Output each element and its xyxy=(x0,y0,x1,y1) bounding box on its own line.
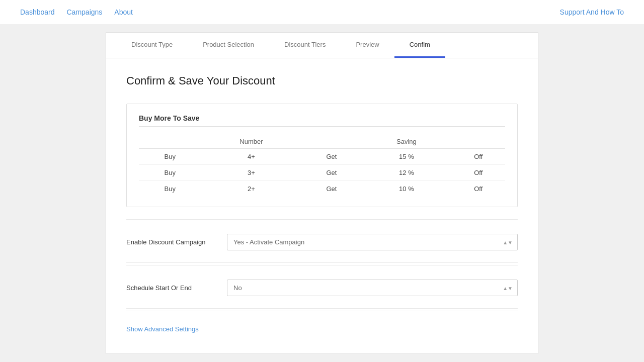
off-label: Off xyxy=(452,165,505,181)
tab-discount-tiers[interactable]: Discount Tiers xyxy=(269,33,341,58)
qty-value: 2+ xyxy=(201,181,301,197)
pct-value: 12 % xyxy=(361,165,451,181)
support-link[interactable]: Support And How To xyxy=(560,8,624,16)
table-row: Buy 2+ Get 10 % Off xyxy=(139,181,505,197)
table-row: Buy 4+ Get 15 % Off xyxy=(139,149,505,165)
enable-discount-select-wrapper: Yes - Activate CampaignNo - Deactivate C… xyxy=(227,234,518,250)
col-number-header: Number xyxy=(201,135,301,149)
page-title: Confirm & Save Your Discount xyxy=(126,74,518,87)
wizard-tabs: Discount Type Product Selection Discount… xyxy=(106,33,538,58)
discount-table: Number Saving Buy 4+ Get 15 % Off Buy 3+… xyxy=(139,135,505,197)
qty-value: 3+ xyxy=(201,165,301,181)
buy-more-title: Buy More To Save xyxy=(139,114,505,127)
col-saving-header: Saving xyxy=(361,135,451,149)
schedule-select[interactable]: NoYes xyxy=(227,280,518,296)
schedule-row: Schedule Start Or End NoYes ▲▼ xyxy=(126,267,518,309)
buy-label: Buy xyxy=(139,165,201,181)
nav-dashboard[interactable]: Dashboard xyxy=(20,8,55,16)
tab-product-selection[interactable]: Product Selection xyxy=(188,33,269,58)
enable-discount-label: Enable Discount Campaign xyxy=(126,238,227,246)
buy-label: Buy xyxy=(139,181,201,197)
tab-discount-type[interactable]: Discount Type xyxy=(116,33,188,58)
show-advanced-link[interactable]: Show Advanced Settings xyxy=(126,325,199,333)
pct-value: 15 % xyxy=(361,149,451,165)
schedule-select-wrapper: NoYes ▲▼ xyxy=(227,280,518,296)
nav-links-left: Dashboard Campaigns About xyxy=(20,8,133,16)
off-label: Off xyxy=(452,181,505,197)
nav-campaigns[interactable]: Campaigns xyxy=(67,8,103,16)
tab-preview[interactable]: Preview xyxy=(341,33,394,58)
qty-value: 4+ xyxy=(201,149,301,165)
top-nav: Dashboard Campaigns About Support And Ho… xyxy=(0,0,644,24)
tab-confirm[interactable]: Confim xyxy=(394,33,445,58)
buy-label: Buy xyxy=(139,149,201,165)
nav-about[interactable]: About xyxy=(114,8,133,16)
content-area: Confirm & Save Your Discount Buy More To… xyxy=(106,58,538,349)
enable-discount-row: Enable Discount Campaign Yes - Activate … xyxy=(126,222,518,263)
advanced-settings-area: Show Advanced Settings xyxy=(126,313,518,333)
off-label: Off xyxy=(452,149,505,165)
pct-value: 10 % xyxy=(361,181,451,197)
main-container: Discount Type Product Selection Discount… xyxy=(106,32,538,354)
table-row: Buy 3+ Get 12 % Off xyxy=(139,165,505,181)
buy-more-section: Buy More To Save Number Saving Buy 4+ Ge… xyxy=(126,104,518,207)
enable-discount-select[interactable]: Yes - Activate CampaignNo - Deactivate C… xyxy=(227,234,518,250)
get-label: Get xyxy=(302,165,362,181)
schedule-label: Schedule Start Or End xyxy=(126,284,227,292)
get-label: Get xyxy=(302,181,362,197)
get-label: Get xyxy=(302,149,362,165)
